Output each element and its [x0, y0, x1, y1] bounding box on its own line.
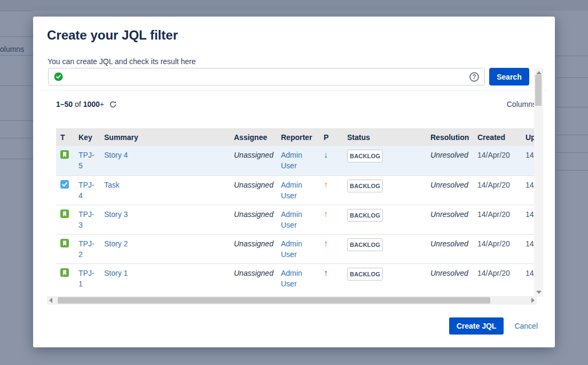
- created-cell: 14/Apr/20: [473, 175, 521, 205]
- column-header-reporter[interactable]: Reporter: [277, 128, 319, 146]
- updated-date: 14/Apr/20: [526, 181, 534, 189]
- table-row[interactable]: TPJ-5 Story 4 Unassigned Admin User ↓ BA…: [56, 146, 534, 175]
- scroll-right-arrow-icon[interactable]: [531, 298, 535, 303]
- resolution-cell: Unresolved: [426, 205, 473, 234]
- issue-summary-link[interactable]: Story 3: [104, 210, 128, 219]
- story-icon: [60, 239, 69, 247]
- created-cell: 14/Apr/20: [473, 263, 521, 293]
- column-header-t[interactable]: T: [56, 128, 74, 146]
- issue-key-link[interactable]: TPJ-2: [79, 239, 95, 259]
- results-table: TKeySummaryAssigneeReporterPStatusResolu…: [56, 128, 534, 293]
- status-cell: BACKLOG: [343, 234, 426, 263]
- create-jql-button[interactable]: Create JQL: [449, 317, 504, 335]
- scroll-up-arrow-icon[interactable]: [536, 71, 542, 74]
- issue-summary-cell: Task: [100, 175, 230, 205]
- column-header-key[interactable]: Key: [74, 128, 100, 146]
- table-row[interactable]: TPJ-4 Task Unassigned Admin User ↑ BACKL…: [56, 175, 534, 205]
- background-divider: [0, 138, 33, 138]
- assignee-cell: Unassigned: [230, 205, 277, 234]
- cancel-link[interactable]: Cancel: [514, 322, 538, 330]
- page-background: olumns Create your JQL filter You can cr…: [0, 0, 588, 365]
- horizontal-scrollbar-thumb[interactable]: [58, 297, 490, 304]
- issue-type-cell: [56, 146, 74, 175]
- background-divider: [555, 56, 588, 56]
- priority-cell: ↓: [319, 146, 343, 175]
- issue-summary-link[interactable]: Task: [104, 181, 120, 189]
- count-plus: +: [100, 100, 104, 108]
- issue-key-link[interactable]: TPJ-4: [79, 181, 95, 200]
- refresh-icon[interactable]: [109, 100, 117, 108]
- assignee-cell: Unassigned: [230, 146, 277, 175]
- search-button[interactable]: Search: [489, 68, 529, 86]
- jql-query-input[interactable]: ?: [48, 68, 485, 86]
- reporter-link[interactable]: Admin User: [281, 210, 302, 229]
- issue-summary-cell: Story 2: [100, 234, 230, 263]
- background-divider: [555, 77, 588, 78]
- issue-key-cell: TPJ-1: [74, 263, 100, 293]
- created-cell: 14/Apr/20: [473, 146, 521, 175]
- assignee-cell: Unassigned: [230, 234, 277, 263]
- updated-cell: 14/Apr/20: [521, 234, 534, 263]
- resolution-value: Unresolved: [430, 269, 468, 277]
- help-icon[interactable]: ?: [469, 72, 479, 82]
- column-header-status[interactable]: Status: [343, 128, 426, 146]
- column-header-resolution[interactable]: Resolution: [426, 128, 473, 146]
- status-badge: BACKLOG: [347, 238, 383, 251]
- table-row[interactable]: TPJ-2 Story 2 Unassigned Admin User ↑ BA…: [56, 234, 534, 263]
- status-badge: BACKLOG: [347, 150, 383, 162]
- story-icon: [60, 268, 69, 277]
- table-row[interactable]: TPJ-1 Story 1 Unassigned Admin User ↑ BA…: [56, 263, 534, 293]
- scroll-left-arrow-icon[interactable]: [49, 298, 52, 303]
- issue-key-link[interactable]: TPJ-1: [79, 269, 95, 288]
- status-cell: BACKLOG: [343, 205, 426, 234]
- column-header-created[interactable]: Created: [473, 128, 521, 146]
- priority-cell: ↑: [319, 263, 343, 293]
- issue-key-link[interactable]: TPJ-3: [79, 210, 95, 229]
- column-header-p[interactable]: P: [319, 128, 343, 146]
- resolution-value: Unresolved: [430, 151, 468, 159]
- background-divider: [555, 107, 588, 107]
- resolution-cell: Unresolved: [426, 146, 473, 175]
- reporter-link[interactable]: Admin User: [281, 151, 302, 170]
- background-columns-text: olumns: [0, 45, 24, 53]
- assignee-cell: Unassigned: [230, 175, 277, 205]
- issue-key-link[interactable]: TPJ-5: [79, 151, 95, 170]
- issue-summary-cell: Story 4: [100, 146, 230, 175]
- valid-check-icon: [54, 72, 63, 81]
- created-date: 14/Apr/20: [477, 151, 510, 159]
- column-header-summary[interactable]: Summary: [100, 128, 230, 146]
- issue-summary-link[interactable]: Story 1: [104, 269, 128, 277]
- reporter-link[interactable]: Admin User: [281, 239, 302, 259]
- status-badge: BACKLOG: [347, 268, 383, 281]
- task-icon: [60, 180, 69, 189]
- column-header-updated[interactable]: Updated: [521, 128, 534, 146]
- background-divider: [555, 170, 588, 170]
- modal-title: Create your JQL filter: [47, 28, 178, 43]
- reporter-link[interactable]: Admin User: [281, 269, 302, 288]
- column-header-assignee[interactable]: Assignee: [230, 128, 277, 146]
- vertical-scrollbar-thumb[interactable]: [535, 75, 542, 106]
- reporter-cell: Admin User: [277, 146, 319, 175]
- issue-summary-link[interactable]: Story 2: [104, 239, 128, 248]
- created-date: 14/Apr/20: [477, 210, 510, 219]
- jql-filter-modal: Create your JQL filter You can create JQ…: [33, 17, 555, 347]
- resolution-value: Unresolved: [430, 181, 468, 189]
- scroll-down-arrow-icon[interactable]: [536, 291, 542, 294]
- horizontal-scrollbar[interactable]: [47, 296, 537, 305]
- result-count: 1–50 of 1000+: [56, 100, 104, 108]
- background-divider: [0, 86, 33, 86]
- section-divider: [40, 90, 548, 91]
- issue-key-cell: TPJ-5: [74, 146, 100, 175]
- reporter-cell: Admin User: [277, 263, 319, 293]
- issue-summary-link[interactable]: Story 4: [104, 151, 128, 159]
- vertical-scrollbar[interactable]: [534, 68, 543, 297]
- assignee-value: Unassigned: [234, 181, 273, 189]
- priority-arrow-icon: ↑: [324, 239, 328, 248]
- background-divider: [0, 120, 33, 121]
- status-cell: BACKLOG: [343, 146, 426, 175]
- table-row[interactable]: TPJ-3 Story 3 Unassigned Admin User ↑ BA…: [56, 205, 534, 234]
- priority-cell: ↑: [319, 175, 343, 205]
- reporter-link[interactable]: Admin User: [281, 181, 302, 200]
- background-divider: [0, 11, 33, 11]
- count-total: 1000: [83, 100, 100, 108]
